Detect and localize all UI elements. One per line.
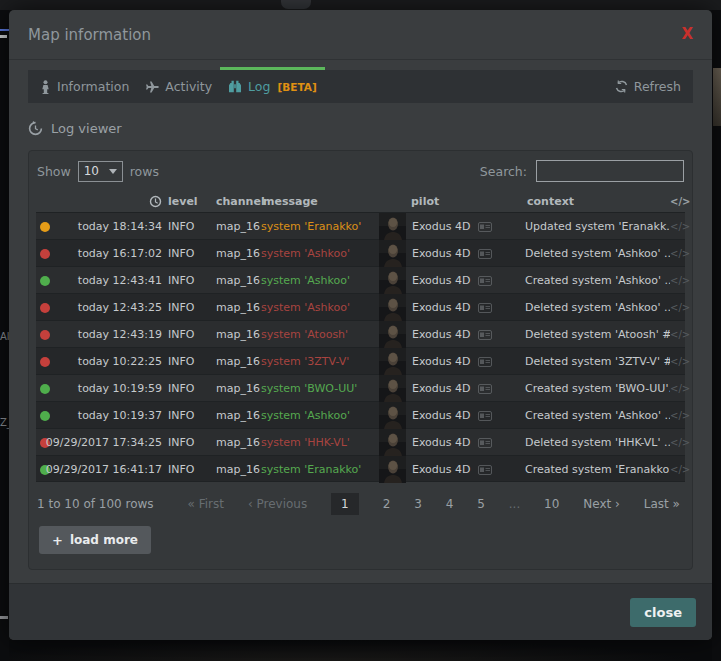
page-previous[interactable]: ‹ Previous	[248, 497, 307, 511]
expand-row-icon[interactable]: </>	[670, 383, 686, 394]
log-channel: map_16	[214, 274, 261, 287]
log-time: today 10:22:25	[78, 355, 162, 368]
page-last[interactable]: Last »	[644, 497, 680, 511]
expand-row-icon[interactable]: </>	[670, 464, 686, 475]
plus-icon: +	[52, 534, 63, 547]
header-context[interactable]: context	[525, 195, 670, 208]
id-card-icon	[478, 249, 492, 259]
expand-row-icon[interactable]: </>	[670, 356, 686, 367]
log-context: Updated system 'Eranakk...	[525, 220, 670, 233]
log-level: INFO	[166, 301, 214, 314]
page-number[interactable]: 3	[414, 497, 422, 511]
caret-down-icon	[109, 169, 117, 174]
log-channel: map_16	[214, 409, 261, 422]
log-channel: map_16	[214, 301, 261, 314]
expand-row-icon[interactable]: </>	[670, 275, 686, 286]
page-number[interactable]: 4	[446, 497, 454, 511]
table-row[interactable]: today 10:19:59 INFO map_16 system 'BWO-U…	[36, 374, 685, 401]
pilot-avatar	[379, 375, 406, 402]
pilot-name: Exodus 4D	[412, 355, 471, 368]
table-row[interactable]: today 10:19:37 INFO map_16 system 'Ashko…	[36, 401, 685, 428]
dialog-header: Map information X	[9, 10, 712, 60]
refresh-button[interactable]: Refresh	[615, 70, 681, 103]
id-card-icon	[478, 438, 492, 448]
page-size-select[interactable]: 10	[78, 161, 123, 182]
expand-row-icon[interactable]: </>	[670, 410, 686, 421]
log-level: INFO	[166, 355, 214, 368]
pilot-avatar	[379, 294, 406, 321]
expand-row-icon[interactable]: </>	[670, 437, 686, 448]
street-view-person-icon	[40, 80, 51, 94]
pagination: 1 to 10 of 100 rows « First ‹ Previous 1…	[36, 493, 685, 515]
log-level: INFO	[166, 247, 214, 260]
page-number[interactable]: 1	[331, 493, 359, 515]
header-level[interactable]: level	[166, 195, 214, 208]
pilot-avatar	[379, 348, 406, 375]
log-time: today 18:14:34	[78, 220, 162, 233]
log-message: system 'Eranakko'	[261, 463, 361, 476]
log-channel: map_16	[214, 247, 261, 260]
log-time: today 10:19:37	[78, 409, 162, 422]
log-channel: map_16	[214, 328, 261, 341]
log-message: system '3ZTV-V'	[261, 355, 349, 368]
expand-row-icon[interactable]: </>	[670, 221, 686, 232]
log-message: system 'Atoosh'	[261, 328, 348, 341]
pilot-name: Exodus 4D	[412, 382, 471, 395]
clock-icon	[149, 195, 162, 208]
header-message[interactable]: message	[261, 195, 379, 208]
page-ellipsis: ...	[509, 497, 520, 511]
table-controls: Show 10 rows Search:	[36, 160, 685, 182]
page-number[interactable]: 5	[477, 497, 485, 511]
table-row[interactable]: today 12:43:25 INFO map_16 system 'Ashko…	[36, 293, 685, 320]
expand-row-icon[interactable]: </>	[670, 248, 686, 259]
table-row[interactable]: today 12:43:41 INFO map_16 system 'Ashko…	[36, 266, 685, 293]
load-more-button[interactable]: + load more	[39, 526, 151, 554]
table-row[interactable]: 09/29/2017 16:41:17 INFO map_16 system '…	[36, 455, 685, 482]
pilot-name: Exodus 4D	[412, 274, 471, 287]
pilot-avatar	[379, 456, 406, 483]
id-card-icon	[478, 357, 492, 367]
table-row[interactable]: today 10:22:25 INFO map_16 system '3ZTV-…	[36, 347, 685, 374]
table-row[interactable]: 09/29/2017 17:34:25 INFO map_16 system '…	[36, 428, 685, 455]
background-blue-line	[0, 29, 9, 31]
background-bottom	[9, 640, 712, 661]
close-button[interactable]: close	[630, 598, 696, 627]
tab-information[interactable]: Information	[40, 70, 129, 103]
table-row[interactable]: today 18:14:34 INFO map_16 system 'Erana…	[36, 212, 685, 239]
pilot-name: Exodus 4D	[412, 220, 471, 233]
page-first[interactable]: « First	[188, 497, 224, 511]
status-dot	[40, 222, 50, 232]
expand-row-icon[interactable]: </>	[670, 302, 686, 313]
log-time: today 12:43:25	[78, 301, 162, 314]
pagination-summary: 1 to 10 of 100 rows	[37, 497, 154, 511]
header-pilot[interactable]: pilot	[409, 195, 525, 208]
expand-row-icon[interactable]: </>	[670, 329, 686, 340]
table-row[interactable]: today 16:17:02 INFO map_16 system 'Ashko…	[36, 239, 685, 266]
log-viewer-heading: Log viewer	[28, 121, 122, 136]
log-time: 09/29/2017 17:34:25	[46, 436, 162, 449]
log-level: INFO	[166, 463, 214, 476]
search-input[interactable]	[536, 160, 684, 182]
log-message: system 'Ashkoo'	[261, 274, 350, 287]
pilot-name: Exodus 4D	[412, 409, 471, 422]
log-context: Deleted system 'Atoosh' #...	[525, 328, 670, 341]
header-channel[interactable]: channel	[214, 195, 261, 208]
pilot-avatar	[379, 213, 406, 240]
log-level: INFO	[166, 220, 214, 233]
status-dot	[40, 411, 50, 421]
status-dot	[40, 276, 50, 286]
log-time: today 16:17:02	[78, 247, 162, 260]
page-number[interactable]: 2	[383, 497, 391, 511]
pilot-name: Exodus 4D	[412, 463, 471, 476]
log-context: Created system 'Ashkoo' ...	[525, 409, 670, 422]
close-icon[interactable]: X	[681, 27, 693, 42]
log-context: Deleted system 'Ashkoo' ...	[525, 247, 670, 260]
log-context: Deleted system '3ZTV-V' #...	[525, 355, 670, 368]
table-row[interactable]: today 12:43:19 INFO map_16 system 'Atoos…	[36, 320, 685, 347]
tab-log[interactable]: Log [BETA]	[228, 70, 317, 103]
search-label: Search:	[480, 164, 527, 179]
tab-activity[interactable]: Activity	[145, 70, 212, 103]
log-context: Created system 'Ashkoo' ...	[525, 274, 670, 287]
page-number[interactable]: 10	[544, 497, 559, 511]
page-next[interactable]: Next ›	[583, 497, 620, 511]
